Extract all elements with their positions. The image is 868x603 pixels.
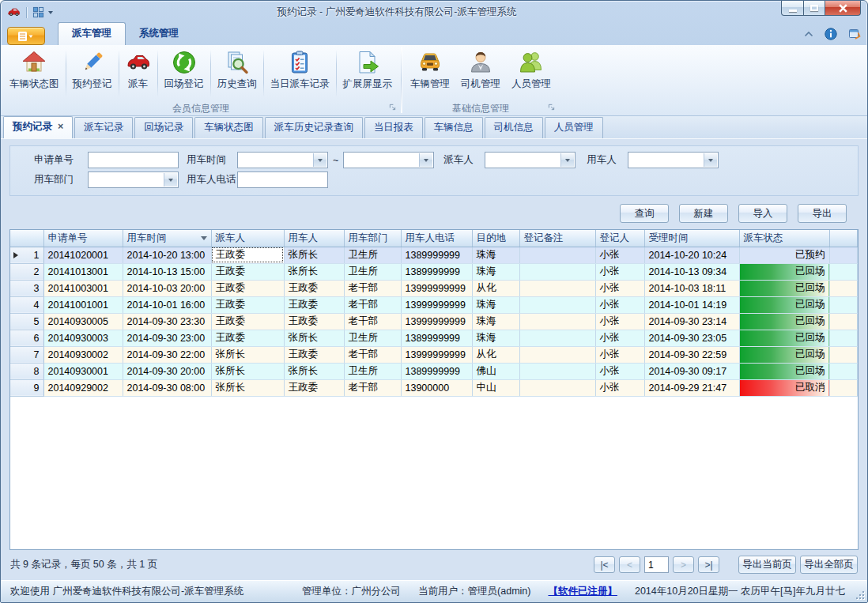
application-menu-button[interactable] xyxy=(7,27,45,45)
row-header[interactable]: 6 xyxy=(10,330,43,346)
cell-note[interactable] xyxy=(519,280,595,296)
ribbon-tab-dispatch[interactable]: 派车管理 xyxy=(58,22,126,45)
cell-accept[interactable]: 2014-09-30 09:17 xyxy=(644,363,739,379)
cell-user[interactable]: 王政委 xyxy=(284,346,344,363)
col-use-time[interactable]: 用车时间 xyxy=(123,230,211,247)
table-row[interactable]: 6201409300032014-09-30 23:00王政委张所长卫生所138… xyxy=(10,330,858,346)
history-query-button[interactable]: 历史查询 xyxy=(212,47,262,101)
cell-phone[interactable]: 13900000 xyxy=(401,379,472,396)
cell-dispatcher[interactable]: 王政委 xyxy=(211,296,284,313)
cell-id[interactable]: 20140930002 xyxy=(43,346,123,363)
col-accept-time[interactable]: 受理时间 xyxy=(644,230,739,247)
cell-phone[interactable]: 1389999999 xyxy=(401,363,472,379)
table-row[interactable]: 5201409300052014-09-30 23:30王政委王政委老干部139… xyxy=(10,313,858,330)
cell-user[interactable]: 王政委 xyxy=(284,280,344,296)
cell-dispatcher[interactable]: 王政委 xyxy=(211,313,284,330)
row-header[interactable]: 2 xyxy=(10,263,43,280)
cell-registrar[interactable]: 小张 xyxy=(595,363,644,379)
cell-note[interactable] xyxy=(519,346,595,363)
col-dispatcher[interactable]: 派车人 xyxy=(211,230,284,247)
request-no-input[interactable] xyxy=(88,152,179,168)
cell-dept[interactable]: 老干部 xyxy=(344,379,401,396)
vehicle-manage-button[interactable]: 车辆管理 xyxy=(405,47,455,101)
cell-dispatcher[interactable]: 张所长 xyxy=(211,379,284,396)
maximize-button[interactable] xyxy=(804,1,825,16)
use-time-from-combo[interactable] xyxy=(237,152,328,168)
close-button[interactable] xyxy=(825,1,861,16)
cell-dispatcher[interactable]: 王政委 xyxy=(211,263,284,280)
cell-dept[interactable]: 卫生所 xyxy=(344,263,401,280)
query-button[interactable]: 查询 xyxy=(620,204,669,223)
cell-registrar[interactable]: 小张 xyxy=(595,330,644,346)
cell-accept[interactable]: 2014-10-20 10:24 xyxy=(644,247,739,263)
cell-phone[interactable]: 13999999999 xyxy=(401,346,472,363)
cell-user[interactable]: 王政委 xyxy=(284,313,344,330)
tab-dispatch-history-query[interactable]: 派车历史记录查询 xyxy=(265,117,363,138)
tab-vehicle-status-chart[interactable]: 车辆状态图 xyxy=(194,117,263,138)
cell-registrar[interactable]: 小张 xyxy=(595,263,644,280)
use-dept-combo[interactable] xyxy=(88,171,179,188)
page-number-input[interactable] xyxy=(644,556,669,573)
license-registered-link[interactable]: 【软件已注册】 xyxy=(548,585,617,598)
cell-registrar[interactable]: 小张 xyxy=(595,247,644,263)
cell-note[interactable] xyxy=(519,313,595,330)
row-header[interactable]: 3 xyxy=(10,280,43,296)
combo-dropdown-icon[interactable] xyxy=(704,153,717,167)
cell-id[interactable]: 20140930001 xyxy=(43,363,123,379)
vehicle-status-chart-button[interactable]: 车辆状态图 xyxy=(4,47,65,101)
cell-note[interactable] xyxy=(519,379,595,396)
info-icon[interactable] xyxy=(825,28,837,40)
cell-status[interactable]: 已回场 xyxy=(739,346,829,363)
cell-phone[interactable]: 1389999999 xyxy=(401,247,472,263)
import-button[interactable]: 导入 xyxy=(738,204,787,223)
cell-status[interactable]: 已回场 xyxy=(739,363,829,379)
col-dispatch-status[interactable]: 派车状态 xyxy=(739,230,829,247)
cell-id[interactable]: 20141013001 xyxy=(43,263,123,280)
cell-accept[interactable]: 2014-09-30 23:05 xyxy=(644,330,739,346)
cell-id[interactable]: 20141003001 xyxy=(43,280,123,296)
user-phone-input[interactable] xyxy=(237,171,328,188)
return-register-button[interactable]: 回场登记 xyxy=(159,47,209,101)
export-all-pages-button[interactable]: 导出全部页 xyxy=(800,556,858,574)
cell-dest[interactable]: 珠海 xyxy=(472,313,519,330)
row-header[interactable]: 4 xyxy=(10,296,43,313)
cell-id[interactable]: 20141020001 xyxy=(43,247,123,263)
cell-note[interactable] xyxy=(519,263,595,280)
cell-note[interactable] xyxy=(519,247,595,263)
cell-dept[interactable]: 老干部 xyxy=(344,346,401,363)
cell-dispatcher[interactable]: 王政委 xyxy=(211,330,284,346)
collapse-ribbon-icon[interactable] xyxy=(804,31,813,37)
col-request-no[interactable]: 申请单号 xyxy=(43,230,123,247)
table-row[interactable]: 8201409300012014-09-30 20:00张所长张所长卫生所138… xyxy=(10,363,858,379)
cell-phone[interactable]: 13999999999 xyxy=(401,313,472,330)
cell-dept[interactable]: 老干部 xyxy=(344,313,401,330)
cell-dest[interactable]: 从化 xyxy=(472,280,519,296)
dialog-launcher-icon[interactable] xyxy=(548,104,555,111)
last-page-button[interactable]: >| xyxy=(698,556,719,573)
cell-user[interactable]: 王政委 xyxy=(284,296,344,313)
cell-time[interactable]: 2014-09-30 22:00 xyxy=(123,346,211,363)
cell-dest[interactable]: 珠海 xyxy=(472,296,519,313)
row-header[interactable]: 1 xyxy=(10,247,43,263)
cell-accept[interactable]: 2014-10-01 14:19 xyxy=(644,296,739,313)
prev-page-button[interactable]: < xyxy=(619,556,640,573)
dialog-launcher-icon[interactable] xyxy=(389,104,396,111)
cell-registrar[interactable]: 小张 xyxy=(595,296,644,313)
dispatcher-combo[interactable] xyxy=(485,152,576,168)
use-time-to-combo[interactable] xyxy=(343,152,434,168)
cell-accept[interactable]: 2014-10-13 09:34 xyxy=(644,263,739,280)
table-row[interactable]: 3201410030012014-10-03 20:00王政委王政委老干部139… xyxy=(10,280,858,296)
table-row[interactable]: 9201409290022014-09-30 08:00张所长王政委老干部139… xyxy=(10,379,858,396)
cell-dispatcher[interactable]: 张所长 xyxy=(211,363,284,379)
cell-dept[interactable]: 卫生所 xyxy=(344,330,401,346)
cell-dept[interactable]: 卫生所 xyxy=(344,363,401,379)
cell-registrar[interactable]: 小张 xyxy=(595,313,644,330)
reservation-register-button[interactable]: 预约登记 xyxy=(67,47,118,101)
minimize-button[interactable] xyxy=(781,1,804,16)
staff-manage-button[interactable]: 人员管理 xyxy=(506,47,557,101)
cell-phone[interactable]: 1389999999 xyxy=(401,330,472,346)
cell-dest[interactable]: 中山 xyxy=(472,379,519,396)
cell-time[interactable]: 2014-09-30 23:00 xyxy=(123,330,211,346)
cell-registrar[interactable]: 小张 xyxy=(595,280,644,296)
col-car-user[interactable]: 用车人 xyxy=(284,230,344,247)
